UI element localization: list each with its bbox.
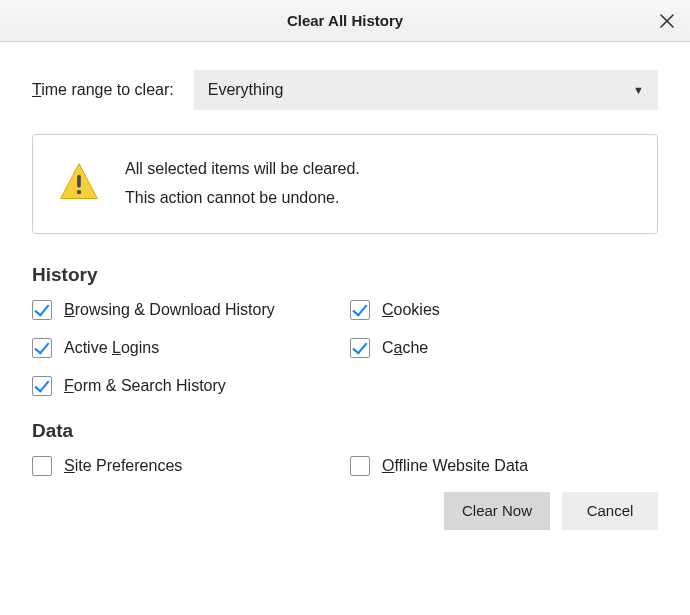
checkbox-cookies[interactable]: Cookies <box>350 300 658 320</box>
checkbox-icon <box>32 456 52 476</box>
warning-line-2: This action cannot be undone. <box>125 184 360 213</box>
button-row: Clear Now Cancel <box>32 492 658 530</box>
section-history: History <box>32 264 658 286</box>
checkbox-icon <box>32 376 52 396</box>
checkbox-offline-data[interactable]: Offline Website Data <box>350 456 658 476</box>
time-range-value: Everything <box>208 81 284 99</box>
checkbox-cache[interactable]: Cache <box>350 338 658 358</box>
checkbox-site-preferences[interactable]: Site Preferences <box>32 456 340 476</box>
close-icon <box>660 14 674 28</box>
checkbox-icon <box>350 338 370 358</box>
data-options: Site Preferences Offline Website Data <box>32 456 658 476</box>
section-data: Data <box>32 420 658 442</box>
dialog-title: Clear All History <box>287 12 403 29</box>
checkbox-browsing-history[interactable]: Browsing & Download History <box>32 300 340 320</box>
titlebar: Clear All History <box>0 0 690 42</box>
close-button[interactable] <box>654 8 680 34</box>
svg-rect-0 <box>77 174 81 187</box>
cancel-button[interactable]: Cancel <box>562 492 658 530</box>
checkbox-icon <box>350 456 370 476</box>
checkbox-icon <box>350 300 370 320</box>
checkbox-form-history[interactable]: Form & Search History <box>32 376 340 396</box>
warning-text: All selected items will be cleared. This… <box>125 155 360 213</box>
history-options: Browsing & Download History Cookies Acti… <box>32 300 658 396</box>
warning-box: All selected items will be cleared. This… <box>32 134 658 234</box>
checkbox-icon <box>32 338 52 358</box>
chevron-down-icon: ▼ <box>633 84 644 96</box>
time-range-label: Time range to clear: <box>32 81 174 99</box>
warning-icon <box>57 160 101 208</box>
time-range-row: Time range to clear: Everything ▼ <box>32 70 658 110</box>
checkbox-active-logins[interactable]: Active Logins <box>32 338 340 358</box>
checkbox-icon <box>32 300 52 320</box>
dialog-content: Time range to clear: Everything ▼ All se… <box>0 42 690 552</box>
warning-line-1: All selected items will be cleared. <box>125 155 360 184</box>
accesskey: T <box>32 81 41 98</box>
svg-point-1 <box>77 190 81 194</box>
time-range-select[interactable]: Everything ▼ <box>194 70 658 110</box>
clear-now-button[interactable]: Clear Now <box>444 492 550 530</box>
